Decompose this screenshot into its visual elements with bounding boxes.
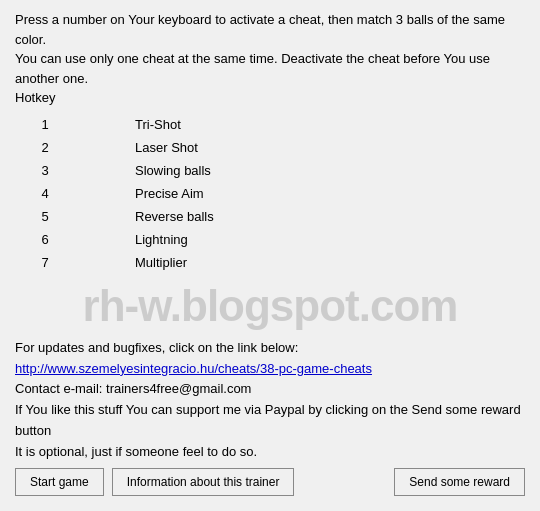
info-trainer-button[interactable]: Information about this trainer [112,468,295,496]
instructions-block: Press a number on Your keyboard to activ… [15,10,525,108]
table-row: 7 Multiplier [15,251,525,274]
support-line2: It is optional, just if someone feel to … [15,442,525,463]
cheat-number: 2 [15,136,75,159]
support-line1: If You like this stuff You can support m… [15,400,525,442]
cheat-name: Precise Aim [75,182,525,205]
table-row: 2 Laser Shot [15,136,525,159]
main-container: Press a number on Your keyboard to activ… [0,0,540,511]
cheat-number: 5 [15,205,75,228]
cheat-name: Slowing balls [75,159,525,182]
table-row: 4 Precise Aim [15,182,525,205]
cheat-name: Reverse balls [75,205,525,228]
table-row: 5 Reverse balls [15,205,525,228]
cheat-name: Lightning [75,228,525,251]
updates-section: For updates and bugfixes, click on the l… [15,338,525,463]
updates-link[interactable]: http://www.szemelyesintegracio.hu/cheats… [15,361,372,376]
footer-buttons: Start game Information about this traine… [15,468,525,496]
updates-line1: For updates and bugfixes, click on the l… [15,338,525,359]
instruction-line2: You can use only one cheat at the same t… [15,49,525,88]
table-row: 1 Tri-Shot [15,113,525,136]
cheat-name: Tri-Shot [75,113,525,136]
watermark: rh-w.blogspot.com [15,282,525,330]
contact-info: Contact e-mail: trainers4free@gmail.com [15,379,525,400]
table-row: 6 Lightning [15,228,525,251]
hotkey-label: Hotkey [15,88,525,108]
send-reward-button[interactable]: Send some reward [394,468,525,496]
cheat-name: Laser Shot [75,136,525,159]
instruction-line1: Press a number on Your keyboard to activ… [15,10,525,49]
cheat-number: 1 [15,113,75,136]
cheat-number: 4 [15,182,75,205]
cheat-number: 6 [15,228,75,251]
cheat-number: 3 [15,159,75,182]
table-row: 3 Slowing balls [15,159,525,182]
cheat-table: 1 Tri-Shot 2 Laser Shot 3 Slowing balls … [15,113,525,274]
start-game-button[interactable]: Start game [15,468,104,496]
cheat-name: Multiplier [75,251,525,274]
cheat-number: 7 [15,251,75,274]
